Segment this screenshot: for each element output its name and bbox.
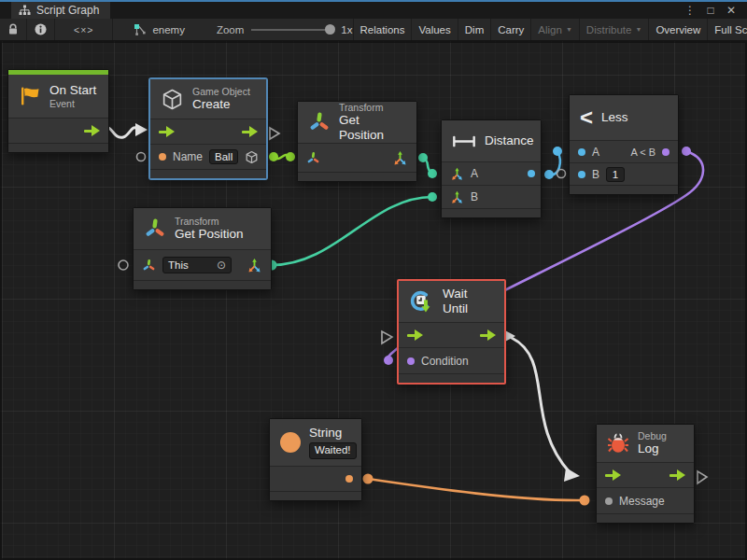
- flow-row: [597, 462, 694, 487]
- node-title: Create: [192, 97, 250, 112]
- wire-string-to-debuglog: [368, 479, 583, 500]
- wait-clock-icon: [409, 289, 434, 315]
- condition-row: Condition: [399, 347, 504, 373]
- node-header: On Start Event: [8, 75, 108, 118]
- target-value: This: [168, 259, 189, 271]
- node-less[interactable]: < Less A A < B B 1: [569, 94, 679, 195]
- node-wait-until[interactable]: Wait Until Condition: [397, 279, 506, 385]
- node-create-game-object[interactable]: Game Object Create Name Ball: [149, 78, 267, 179]
- flow-row: [399, 322, 504, 347]
- unconnected-transform-port: [119, 260, 128, 270]
- node-on-start-event[interactable]: On Start Event: [7, 69, 109, 153]
- node-distance[interactable]: Distance A B: [441, 119, 542, 218]
- node-title: Wait Until: [443, 287, 494, 316]
- port-a-row: A A < B: [570, 140, 678, 162]
- message-port[interactable]: [605, 497, 613, 505]
- node-category: Transform: [339, 102, 406, 114]
- port-a-label: A: [592, 146, 599, 159]
- node-header: Debug Log: [597, 425, 694, 462]
- name-row: Name Ball: [150, 144, 266, 169]
- b-port[interactable]: [578, 171, 585, 178]
- node-header: String Waited!: [270, 419, 361, 466]
- vector3-port-icon[interactable]: [247, 258, 262, 273]
- string-value-field[interactable]: Waited!: [309, 442, 357, 459]
- condition-label: Condition: [421, 355, 469, 368]
- port-b-row: B: [442, 185, 541, 208]
- port-a-label: A: [471, 167, 478, 180]
- wire-arrowhead: [564, 468, 580, 482]
- node-string-literal[interactable]: String Waited!: [269, 418, 362, 501]
- node-get-position-top[interactable]: Transform Get Position: [297, 101, 417, 182]
- transform-icon: [144, 217, 166, 240]
- node-title: String: [309, 426, 357, 441]
- flow-out-port[interactable]: [84, 125, 100, 136]
- result-label: A < B: [630, 147, 655, 158]
- node-footer: [270, 491, 361, 500]
- node-title: Get Position: [175, 227, 244, 242]
- unconnected-flow-out: [698, 471, 707, 483]
- transform-icon: [308, 111, 331, 133]
- cube-icon: [161, 88, 184, 111]
- vector3-port-icon[interactable]: [450, 167, 464, 181]
- node-title: Distance: [485, 133, 534, 148]
- wire-onstart-to-create: [106, 128, 137, 138]
- unconnected-flow-in: [382, 331, 392, 343]
- target-icon[interactable]: ⊙: [217, 259, 226, 272]
- node-header: Transform Get Position: [298, 102, 416, 143]
- node-footer: [399, 373, 504, 383]
- result-port[interactable]: [528, 170, 535, 177]
- node-footer: [597, 513, 694, 523]
- condition-port[interactable]: [407, 357, 415, 365]
- flag-icon: [19, 86, 41, 106]
- unconnected-name-port: [137, 153, 146, 161]
- node-header: < Less: [570, 95, 678, 140]
- node-footer: [298, 172, 416, 181]
- wire-waituntil-to-debuglog: [512, 338, 570, 472]
- port-b-label: B: [592, 168, 599, 181]
- bug-icon: [607, 433, 629, 454]
- vector3-port-icon[interactable]: [392, 150, 408, 166]
- node-header: Distance: [442, 120, 541, 161]
- wire-getpositionbottom-to-distance-b: [272, 197, 432, 265]
- transform-port-icon[interactable]: [306, 151, 320, 165]
- flow-out-port[interactable]: [242, 126, 258, 137]
- flow-in-port[interactable]: [159, 126, 175, 137]
- flow-in-port[interactable]: [407, 329, 423, 341]
- node-get-position-bottom[interactable]: Transform Get Position This ⊙: [133, 207, 272, 290]
- node-header: Transform Get Position: [134, 208, 271, 249]
- flow-out-port[interactable]: [669, 469, 685, 481]
- port-b-label: B: [471, 190, 478, 203]
- transform-port-icon[interactable]: [142, 259, 156, 273]
- less-icon: <: [580, 106, 593, 129]
- vector3-port-icon[interactable]: [450, 190, 464, 204]
- flow-out-port[interactable]: [480, 329, 496, 341]
- node-title: On Start: [49, 83, 96, 98]
- name-field[interactable]: Ball: [209, 149, 238, 164]
- a-port[interactable]: [578, 148, 585, 156]
- result-port[interactable]: [662, 148, 669, 156]
- wire-arrowhead: [135, 123, 148, 136]
- port-a-row: A: [442, 161, 541, 185]
- unconnected-b-port: [557, 170, 566, 178]
- node-header: Wait Until: [399, 281, 504, 322]
- message-row: Message: [597, 487, 694, 513]
- flow-row: [8, 118, 108, 143]
- node-footer: [134, 280, 271, 289]
- target-field[interactable]: This ⊙: [162, 257, 232, 273]
- node-subtitle: Event: [49, 98, 96, 110]
- node-category: Game Object: [192, 86, 250, 98]
- string-out-port[interactable]: [345, 475, 353, 483]
- node-footer: [8, 143, 108, 152]
- distance-icon: [452, 135, 476, 147]
- b-value-field[interactable]: 1: [606, 167, 625, 182]
- name-port-label: Name: [173, 150, 203, 163]
- message-label: Message: [619, 495, 665, 508]
- node-category: Transform: [175, 216, 244, 228]
- node-header: Game Object Create: [150, 79, 266, 119]
- flow-row: [150, 119, 266, 144]
- string-icon: [280, 432, 301, 453]
- node-debug-log[interactable]: Debug Log Message: [596, 424, 695, 524]
- flow-in-port[interactable]: [605, 469, 621, 481]
- port-b-row: B 1: [570, 162, 678, 185]
- name-port[interactable]: [159, 153, 166, 161]
